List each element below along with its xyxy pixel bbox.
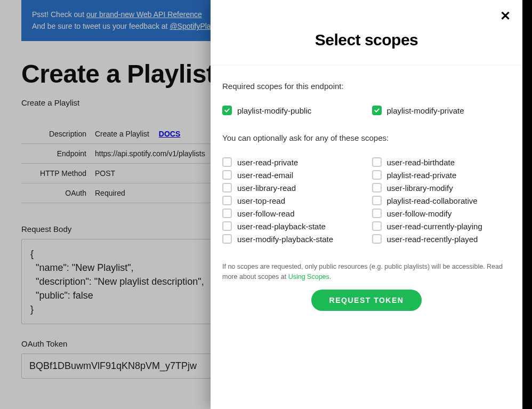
scope-label: user-read-email — [237, 171, 293, 180]
scope-item[interactable]: playlist-modify-public — [222, 106, 361, 115]
scope-label: user-follow-read — [237, 209, 295, 218]
checkbox-icon[interactable] — [222, 170, 232, 180]
scope-item[interactable]: playlist-modify-private — [372, 106, 511, 115]
scope-item[interactable]: user-library-read — [222, 183, 361, 193]
checkbox-icon[interactable] — [222, 183, 232, 193]
scope-item[interactable]: user-top-read — [222, 196, 361, 205]
scope-item[interactable]: user-read-playback-state — [222, 221, 361, 231]
scope-label: user-read-private — [237, 158, 298, 167]
checkbox-icon[interactable] — [372, 157, 382, 167]
checkbox-icon[interactable] — [372, 221, 382, 231]
scope-label: playlist-read-private — [387, 171, 457, 180]
request-token-button[interactable]: REQUEST TOKEN — [311, 290, 422, 311]
scope-item[interactable]: user-read-email — [222, 170, 361, 180]
scope-item[interactable]: user-read-currently-playing — [372, 221, 511, 231]
checkbox-icon[interactable] — [372, 196, 382, 205]
scope-item[interactable]: user-modify-playback-state — [222, 234, 361, 244]
scope-label: playlist-read-collaborative — [387, 196, 478, 205]
checkbox-icon[interactable] — [222, 234, 232, 244]
checkbox-icon[interactable] — [372, 234, 382, 244]
checkbox-icon[interactable] — [222, 221, 232, 231]
scope-label: user-read-playback-state — [237, 222, 326, 231]
required-scopes-grid: playlist-modify-publicplaylist-modify-pr… — [222, 106, 511, 115]
scope-item[interactable]: user-follow-read — [222, 208, 361, 218]
close-button[interactable]: ✕ — [500, 10, 511, 22]
scope-item[interactable]: playlist-read-private — [372, 170, 511, 180]
optional-scopes-text: You can optionally ask for any of these … — [222, 133, 511, 142]
scope-label: user-top-read — [237, 196, 285, 205]
scope-label: user-read-recently-played — [387, 235, 478, 244]
checkbox-icon[interactable] — [222, 208, 232, 218]
checkbox-icon[interactable] — [372, 208, 382, 218]
scope-label: user-library-modify — [387, 183, 453, 193]
fineprint-prefix: If no scopes are requested, only public … — [222, 263, 503, 280]
fineprint-suffix: . — [329, 273, 331, 280]
scope-item[interactable]: playlist-read-collaborative — [372, 196, 511, 205]
scope-label: user-read-birthdate — [387, 158, 455, 167]
scope-label: user-read-currently-playing — [387, 222, 482, 231]
checkbox-checked-icon[interactable] — [372, 106, 382, 115]
close-icon: ✕ — [500, 9, 511, 23]
modal-header: Select scopes — [211, 0, 522, 66]
scope-label: playlist-modify-public — [237, 106, 311, 115]
checkbox-icon[interactable] — [222, 157, 232, 167]
checkbox-icon[interactable] — [372, 170, 382, 180]
scope-label: user-modify-playback-state — [237, 235, 333, 244]
scope-label: playlist-modify-private — [387, 106, 464, 115]
optional-scopes-grid: user-read-privateuser-read-birthdateuser… — [222, 157, 511, 244]
scope-item[interactable]: user-read-private — [222, 157, 361, 167]
using-scopes-link[interactable]: Using Scopes — [288, 273, 329, 280]
scope-item[interactable]: user-follow-modify — [372, 208, 511, 218]
scope-item[interactable]: user-library-modify — [372, 183, 511, 193]
scope-label: user-follow-modify — [387, 209, 452, 218]
scope-label: user-library-read — [237, 183, 296, 193]
modal-title: Select scopes — [221, 31, 512, 49]
checkbox-icon[interactable] — [222, 196, 232, 205]
scope-item[interactable]: user-read-birthdate — [372, 157, 511, 167]
required-scopes-text: Required scopes for this endpoint: — [222, 82, 511, 91]
select-scopes-modal: ✕ Select scopes Required scopes for this… — [211, 0, 522, 409]
checkbox-icon[interactable] — [372, 183, 382, 193]
fineprint: If no scopes are requested, only public … — [222, 262, 511, 282]
scope-item[interactable]: user-read-recently-played — [372, 234, 511, 244]
checkbox-checked-icon[interactable] — [222, 106, 232, 115]
